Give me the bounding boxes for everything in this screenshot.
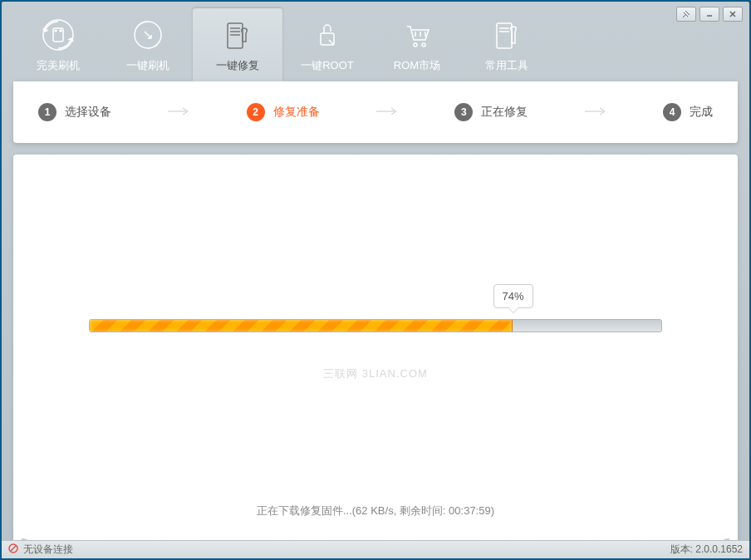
no-device-icon (8, 543, 18, 556)
step-number: 2 (247, 103, 265, 121)
step-label: 选择设备 (65, 105, 111, 120)
arrow-icon (583, 105, 608, 120)
nav-label: 一键修复 (216, 58, 259, 73)
watermark-text: 三联网 3LIAN.COM (323, 366, 428, 381)
progress-area: 74% (89, 319, 662, 332)
progress-fill (90, 320, 513, 332)
progress-bar (89, 319, 662, 332)
top-nav: 完美刷机 一键刷机 一键修复 一键ROOT ROM市场 (2, 2, 749, 81)
svg-point-4 (60, 30, 61, 32)
svg-rect-6 (228, 23, 243, 48)
nav-label: 一键刷机 (126, 58, 169, 73)
arrow-icon (166, 105, 191, 120)
version-label: 版本: 2.0.0.1652 (670, 543, 743, 557)
step-prepare-repair: 2 修复准备 (247, 103, 320, 121)
device-status-text: 无设备连接 (23, 543, 73, 557)
phone-tools-icon (488, 17, 525, 53)
nav-perfect-flash[interactable]: 完美刷机 (13, 8, 103, 81)
refresh-hand-icon (130, 17, 166, 53)
nav-common-tools[interactable]: 常用工具 (462, 8, 552, 81)
close-button[interactable] (723, 7, 743, 22)
window-controls (676, 7, 743, 22)
nav-rom-market[interactable]: ROM市场 (372, 8, 462, 81)
status-bar: 无设备连接 版本: 2.0.0.1652 (2, 540, 749, 558)
nav-label: 完美刷机 (37, 58, 80, 73)
step-number: 4 (663, 103, 681, 121)
arrow-icon (375, 105, 400, 120)
progress-percent: 74% (503, 290, 524, 302)
svg-point-3 (55, 30, 56, 32)
svg-point-11 (414, 43, 417, 47)
device-status: 无设备连接 (8, 543, 73, 557)
step-bar: 1 选择设备 2 修复准备 3 正在修复 4 完成 (13, 81, 738, 143)
step-select-device: 1 选择设备 (38, 103, 111, 121)
nav-one-click-root[interactable]: 一键ROOT (282, 8, 372, 81)
minimize-button[interactable] (699, 7, 719, 22)
svg-line-20 (11, 546, 16, 551)
cart-icon (399, 17, 435, 53)
progress-bubble: 74% (493, 284, 533, 308)
phone-wrench-icon (219, 17, 256, 53)
step-label: 正在修复 (481, 105, 528, 120)
pin-button[interactable] (676, 7, 696, 22)
svg-rect-16 (497, 23, 512, 48)
svg-point-1 (43, 20, 73, 50)
step-repairing: 3 正在修复 (454, 103, 528, 121)
nav-one-click-repair[interactable]: 一键修复 (193, 8, 282, 81)
nav-label: ROM市场 (394, 58, 440, 73)
nav-label: 一键ROOT (301, 58, 354, 73)
step-number: 1 (38, 103, 56, 121)
nav-label: 常用工具 (485, 58, 528, 73)
main-panel: 74% 三联网 3LIAN.COM 正在下载修复固件...(62 KB/s, 剩… (13, 155, 738, 547)
nav-one-click-flash[interactable]: 一键刷机 (103, 8, 193, 81)
android-refresh-icon (40, 17, 76, 53)
step-complete: 4 完成 (663, 103, 713, 121)
step-label: 修复准备 (273, 105, 320, 120)
lock-hand-icon (309, 17, 346, 53)
svg-point-12 (422, 43, 425, 47)
step-label: 完成 (690, 105, 713, 120)
step-number: 3 (454, 103, 473, 121)
download-status: 正在下载修复固件...(62 KB/s, 剩余时间: 00:37:59) (13, 504, 738, 518)
